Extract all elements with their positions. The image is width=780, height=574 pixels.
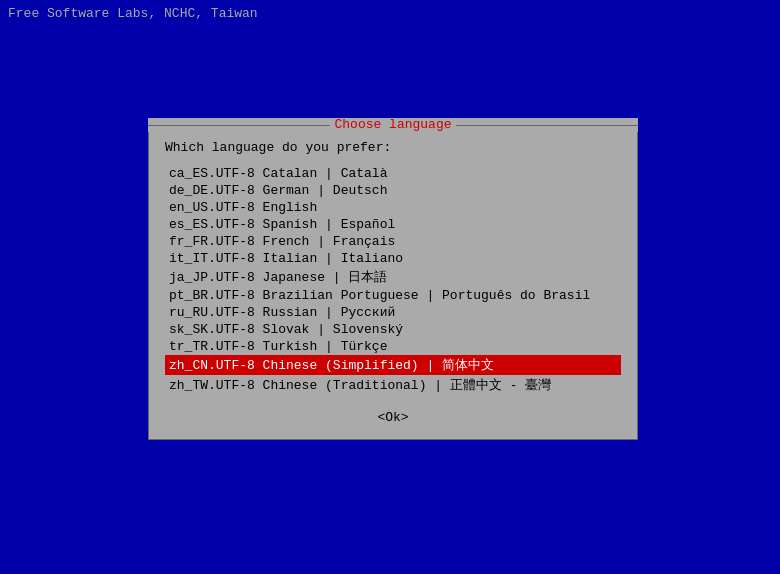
- language-item[interactable]: tr_TR.UTF-8 Turkish | Türkçe: [165, 338, 621, 355]
- top-bar-text: Free Software Labs, NCHC, Taiwan: [8, 6, 258, 21]
- language-item[interactable]: fr_FR.UTF-8 French | Français: [165, 233, 621, 250]
- language-item[interactable]: it_IT.UTF-8 Italian | Italiano: [165, 250, 621, 267]
- language-item[interactable]: pt_BR.UTF-8 Brazilian Portuguese | Portu…: [165, 287, 621, 304]
- language-item[interactable]: de_DE.UTF-8 German | Deutsch: [165, 182, 621, 199]
- language-list: ca_ES.UTF-8 Catalan | Catalàde_DE.UTF-8 …: [165, 165, 621, 395]
- dialog-frame: Choose language Which language do you pr…: [148, 118, 638, 440]
- language-item[interactable]: zh_TW.UTF-8 Chinese (Traditional) | 正體中文…: [165, 375, 621, 395]
- dialog-prompt: Which language do you prefer:: [165, 140, 621, 155]
- dialog-title-row: Choose language: [148, 118, 638, 132]
- language-item[interactable]: ca_ES.UTF-8 Catalan | Català: [165, 165, 621, 182]
- dialog-ok-area: <Ok>: [165, 409, 621, 425]
- dialog-title: Choose language: [330, 118, 455, 132]
- language-item[interactable]: zh_CN.UTF-8 Chinese (Simplified) | 简体中文: [165, 355, 621, 375]
- left-border-segment: [148, 125, 330, 126]
- language-item[interactable]: es_ES.UTF-8 Spanish | Español: [165, 216, 621, 233]
- language-item[interactable]: ru_RU.UTF-8 Russian | Русский: [165, 304, 621, 321]
- language-item[interactable]: en_US.UTF-8 English: [165, 199, 621, 216]
- language-item[interactable]: ja_JP.UTF-8 Japanese | 日本語: [165, 267, 621, 287]
- right-border-segment: [456, 125, 638, 126]
- dialog-body: Which language do you prefer: ca_ES.UTF-…: [148, 132, 638, 440]
- language-item[interactable]: sk_SK.UTF-8 Slovak | Slovenský: [165, 321, 621, 338]
- ok-button[interactable]: <Ok>: [377, 410, 408, 425]
